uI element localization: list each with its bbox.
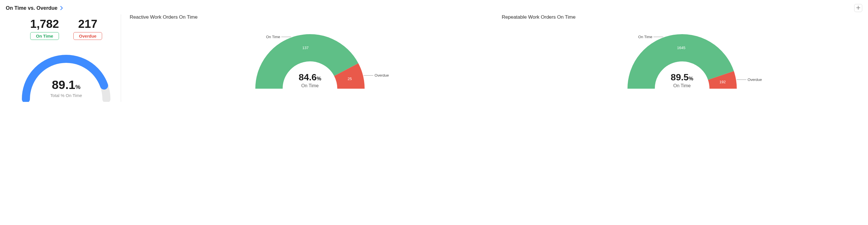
- reactive-chart: Reactive Work Orders On Time On Time Ove…: [130, 14, 490, 102]
- reactive-percent-value: 84.6: [299, 72, 317, 82]
- svg-text:1645: 1645: [677, 46, 685, 50]
- svg-text:25: 25: [348, 77, 352, 81]
- reactive-sub-label: On Time: [299, 83, 321, 88]
- svg-text:192: 192: [719, 80, 725, 84]
- total-gauge: 89.1% Total % On Time: [17, 47, 115, 102]
- on-time-count-block: 1,782 On Time: [30, 17, 59, 40]
- svg-text:137: 137: [302, 46, 309, 50]
- on-time-badge: On Time: [30, 32, 59, 40]
- svg-text:Overdue: Overdue: [374, 73, 389, 77]
- section-title-text: On Time vs. Overdue: [6, 5, 58, 11]
- on-time-count-value: 1,782: [30, 17, 59, 30]
- overdue-count-block: 217 Overdue: [73, 17, 102, 40]
- overdue-count-value: 217: [73, 17, 102, 30]
- reactive-chart-title: Reactive Work Orders On Time: [130, 14, 490, 20]
- svg-text:Overdue: Overdue: [747, 77, 762, 82]
- svg-text:On Time: On Time: [266, 35, 280, 39]
- repeatable-chart: Repeatable Work Orders On Time On Time O…: [502, 14, 863, 102]
- gauge-percent-symbol: %: [75, 84, 81, 90]
- add-button[interactable]: [854, 4, 862, 12]
- repeatable-chart-title: Repeatable Work Orders On Time: [502, 14, 863, 20]
- summary-panel: 1,782 On Time 217 Overdue 89.1% Total % …: [6, 14, 121, 102]
- reactive-percent-symbol: %: [317, 76, 321, 81]
- repeatable-percent-symbol: %: [688, 76, 693, 81]
- overdue-badge: Overdue: [73, 32, 102, 40]
- gauge-sub-label: Total % On Time: [50, 93, 82, 98]
- repeatable-percent-value: 89.5: [671, 72, 688, 82]
- section-title-link[interactable]: On Time vs. Overdue: [6, 5, 63, 11]
- chevron-right-icon: [60, 6, 63, 10]
- gauge-percent-value: 89.1: [52, 78, 75, 91]
- plus-icon: [856, 5, 860, 11]
- repeatable-sub-label: On Time: [671, 83, 693, 88]
- svg-text:On Time: On Time: [638, 35, 652, 39]
- breakdown-panel: Reactive Work Orders On Time On Time Ove…: [121, 14, 862, 102]
